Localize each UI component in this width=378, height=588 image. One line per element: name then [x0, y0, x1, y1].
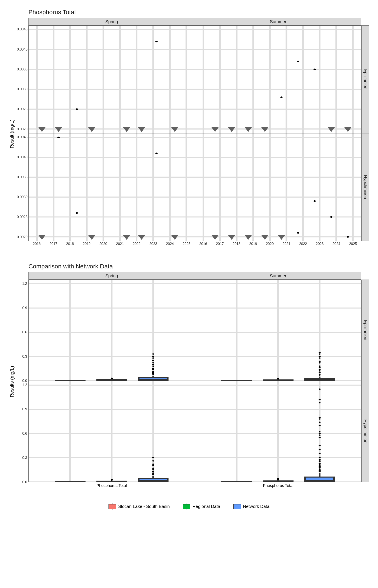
svg-point-203: [319, 468, 321, 470]
svg-point-222: [319, 418, 321, 420]
svg-point-208: [319, 463, 321, 464]
svg-point-210: [319, 460, 321, 462]
legend-swatch-network: [233, 504, 241, 509]
svg-point-213: [319, 453, 321, 454]
facet2-row-hypo: Hypolimnion: [361, 381, 369, 482]
svg-point-134: [319, 374, 321, 375]
svg-point-108: [152, 357, 154, 359]
svg-point-103: [152, 368, 154, 369]
svg-point-215: [319, 445, 321, 446]
svg-point-110: [152, 353, 154, 355]
legend-item-regional: Regional Data: [183, 504, 220, 509]
boxpanel-spring-hypo: [28, 381, 195, 482]
svg-point-177: [152, 457, 154, 458]
svg-point-93: [111, 378, 113, 379]
svg-point-176: [152, 460, 154, 462]
svg-point-173: [152, 468, 154, 469]
svg-point-211: [319, 459, 321, 460]
svg-point-172: [152, 469, 154, 470]
svg-point-55: [155, 152, 158, 154]
svg-point-105: [152, 364, 154, 365]
legend-label-regional: Regional Data: [192, 504, 220, 509]
legend-swatch-regional: [183, 504, 190, 509]
panel-summer-hypo: [195, 133, 361, 241]
svg-point-106: [152, 362, 154, 363]
svg-point-214: [319, 449, 321, 450]
chart2-yticks-row1: 0.00.30.60.91.2: [15, 280, 28, 381]
legend-swatch-slocan: [108, 504, 116, 509]
svg-point-220: [319, 425, 321, 426]
legend: Slocan Lake - South Basin Regional Data …: [9, 504, 369, 509]
svg-point-73: [313, 200, 316, 202]
facet2-row-epi: Epilimnion: [361, 280, 369, 381]
svg-point-107: [152, 360, 154, 361]
svg-point-174: [152, 465, 154, 466]
svg-point-218: [319, 433, 321, 434]
boxpanel-summer-hypo: [195, 381, 361, 482]
panel-spring-epi: [28, 25, 195, 133]
svg-point-54: [76, 212, 78, 214]
legend-item-slocan: Slocan Lake - South Basin: [108, 504, 170, 509]
svg-point-34: [280, 96, 283, 98]
svg-point-140: [319, 362, 321, 363]
svg-point-141: [319, 361, 321, 362]
svg-point-136: [319, 370, 321, 372]
svg-point-104: [152, 365, 154, 367]
legend-label-network: Network Data: [243, 504, 270, 509]
facet-row-epi: Epilimnion: [361, 25, 369, 133]
panel-summer-epi: [195, 25, 361, 133]
svg-point-221: [319, 422, 321, 423]
svg-point-217: [319, 434, 321, 436]
svg-point-74: [330, 216, 333, 218]
chart2-title: Comparison with Network Data: [28, 263, 369, 270]
svg-point-171: [152, 471, 154, 472]
svg-point-226: [319, 388, 321, 390]
svg-point-128: [277, 378, 279, 379]
svg-point-195: [277, 478, 279, 479]
scatter-chart-block: Phosphorus Total Result (mg/L) Spring Su…: [9, 9, 369, 250]
svg-point-206: [319, 465, 321, 466]
boxpanel-summer-epi: [195, 280, 361, 381]
facet2-col-spring: Spring: [28, 272, 195, 280]
svg-point-224: [319, 402, 321, 404]
svg-point-175: [152, 464, 154, 465]
chart2-ylabel: Results (mg/L): [9, 272, 15, 491]
chart1-xticks-summer: 2016201720182019202020212022202320242025: [195, 241, 361, 250]
boxpanel-spring-epi: [28, 280, 195, 381]
svg-point-142: [319, 357, 321, 359]
chart1-title: Phosphorus Total: [28, 9, 369, 16]
svg-point-53: [57, 137, 60, 138]
panel-spring-hypo: [28, 133, 195, 241]
svg-point-36: [313, 69, 316, 70]
facet2-col-summer: Summer: [195, 272, 361, 280]
svg-point-144: [319, 353, 321, 355]
chart1-ylabel: Result (mg/L): [9, 18, 15, 250]
chart2-xlabel-1: Phosphorus Total: [28, 482, 195, 491]
facet-col-spring: Spring: [28, 18, 195, 25]
legend-item-network: Network Data: [233, 504, 270, 509]
svg-point-216: [319, 437, 321, 438]
svg-point-35: [297, 61, 299, 62]
chart2-yticks-row2: 0.00.30.60.91.2: [15, 381, 28, 482]
facet-row-hypo: Hypolimnion: [361, 133, 369, 241]
svg-point-17: [155, 41, 158, 42]
svg-point-219: [319, 431, 321, 433]
facet-col-summer: Summer: [195, 18, 361, 25]
svg-point-223: [319, 417, 321, 418]
svg-point-170: [152, 472, 154, 474]
svg-point-75: [347, 236, 349, 238]
svg-point-138: [319, 367, 321, 368]
chart1-yticks-row2: 0.00200.00250.00300.00350.00400.0045: [15, 133, 28, 241]
boxplot-chart-block: Comparison with Network Data Results (mg…: [9, 263, 369, 491]
chart1-yticks-row1: 0.00200.00250.00300.00350.00400.0045: [15, 25, 28, 133]
svg-point-135: [319, 372, 321, 373]
chart1-xticks-spring: 2016201720182019202020212022202320242025: [28, 241, 195, 250]
svg-point-145: [319, 352, 321, 353]
svg-point-16: [76, 108, 78, 110]
svg-point-109: [152, 356, 154, 357]
svg-point-139: [319, 365, 321, 367]
svg-point-101: [152, 371, 154, 373]
svg-point-143: [319, 356, 321, 357]
svg-point-163: [111, 479, 113, 480]
svg-point-225: [319, 399, 321, 400]
